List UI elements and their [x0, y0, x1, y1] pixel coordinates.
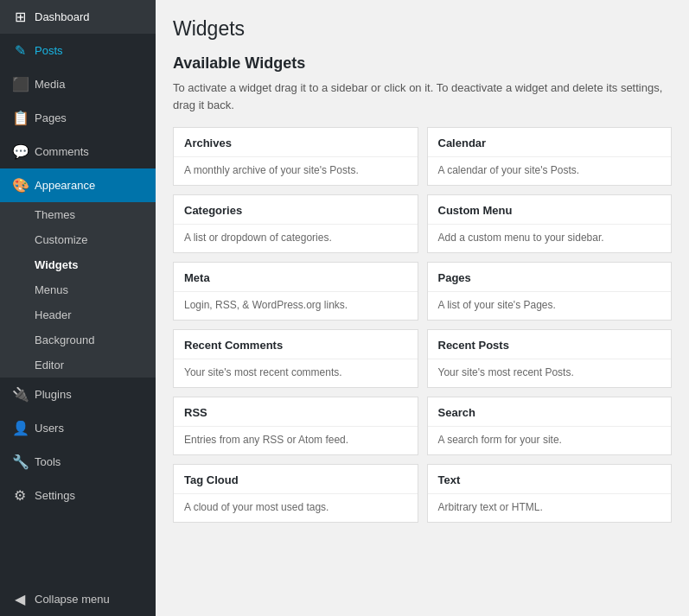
widget-title-text: Text	[428, 465, 672, 494]
sidebar-item-label: Plugins	[35, 388, 72, 401]
widget-card-pages[interactable]: PagesA list of your site's Pages.	[427, 262, 673, 321]
widget-card-archives[interactable]: ArchivesA monthly archive of your site's…	[173, 127, 418, 186]
sidebar-item-pages[interactable]: 📋 Pages	[0, 101, 156, 135]
sidebar-item-label: Pages	[35, 111, 67, 124]
available-widgets-section: Available Widgets To activate a widget d…	[173, 54, 672, 523]
sidebar-item-label: Appearance	[35, 179, 95, 192]
widget-desc-rss: Entries from any RSS or Atom feed.	[174, 427, 418, 454]
widget-card-rss[interactable]: RSSEntries from any RSS or Atom feed.	[173, 397, 418, 455]
sidebar-item-themes[interactable]: Themes	[0, 202, 156, 227]
widget-card-categories[interactable]: CategoriesA list or dropdown of categori…	[173, 194, 418, 253]
widget-desc-recent-posts: Your site's most recent Posts.	[428, 359, 672, 387]
sidebar-item-settings[interactable]: ⚙ Settings	[0, 479, 156, 512]
comments-icon: 💬	[12, 143, 28, 160]
widget-desc-categories: A list or dropdown of categories.	[174, 225, 418, 252]
sidebar-item-label: Media	[35, 78, 65, 91]
appearance-icon: 🎨	[12, 177, 28, 194]
widget-desc-text: Arbitrary text or HTML.	[428, 494, 672, 522]
widget-card-tag-cloud[interactable]: Tag CloudA cloud of your most used tags.	[173, 464, 418, 523]
sidebar-item-media[interactable]: ⬛ Media	[0, 67, 156, 101]
widget-card-text[interactable]: TextArbitrary text or HTML.	[427, 464, 673, 523]
widget-card-recent-posts[interactable]: Recent PostsYour site's most recent Post…	[427, 329, 673, 388]
widget-title-categories: Categories	[174, 195, 418, 225]
settings-icon: ⚙	[12, 487, 28, 504]
widget-title-pages: Pages	[428, 263, 672, 292]
sidebar-item-appearance[interactable]: 🎨 Appearance	[0, 168, 156, 202]
widget-card-calendar[interactable]: CalendarA calendar of your site's Posts.	[427, 127, 673, 186]
widget-desc-archives: A monthly archive of your site's Posts.	[174, 157, 418, 185]
widget-title-calendar: Calendar	[428, 128, 672, 157]
widget-desc-pages: A list of your site's Pages.	[428, 292, 672, 320]
pages-icon: 📋	[12, 110, 28, 126]
section-description: To activate a widget drag it to a sideba…	[173, 79, 672, 113]
page-title: Widgets	[173, 17, 672, 41]
sidebar-item-label: Collapse menu	[35, 593, 110, 606]
tools-icon: 🔧	[12, 454, 28, 470]
sidebar-item-label: Settings	[35, 489, 75, 502]
widget-title-custom-menu: Custom Menu	[428, 195, 672, 225]
widget-title-tag-cloud: Tag Cloud	[174, 465, 418, 494]
sidebar-item-customize[interactable]: Customize	[0, 227, 156, 252]
sidebar-item-label: Users	[35, 422, 64, 435]
widget-title-search: Search	[428, 397, 672, 427]
posts-icon: ✎	[12, 42, 28, 59]
sidebar-item-plugins[interactable]: 🔌 Plugins	[0, 378, 156, 411]
widget-desc-search: A search form for your site.	[428, 427, 672, 454]
sidebar-item-posts[interactable]: ✎ Posts	[0, 34, 156, 67]
widget-title-recent-posts: Recent Posts	[428, 330, 672, 359]
widget-card-custom-menu[interactable]: Custom MenuAdd a custom menu to your sid…	[427, 194, 673, 253]
sidebar-item-label: Posts	[35, 44, 63, 57]
sidebar-item-widgets[interactable]: Widgets	[0, 252, 156, 277]
widget-desc-calendar: A calendar of your site's Posts.	[428, 157, 672, 185]
widget-desc-meta: Login, RSS, & WordPress.org links.	[174, 292, 418, 320]
dashboard-icon: ⊞	[12, 9, 28, 25]
sidebar-item-tools[interactable]: 🔧 Tools	[0, 445, 156, 479]
widget-title-rss: RSS	[174, 397, 418, 427]
sidebar-item-background[interactable]: Background	[0, 327, 156, 352]
widget-title-meta: Meta	[174, 263, 418, 292]
widget-title-archives: Archives	[174, 128, 418, 157]
widget-card-meta[interactable]: MetaLogin, RSS, & WordPress.org links.	[173, 262, 418, 321]
widget-card-search[interactable]: SearchA search form for your site.	[427, 397, 673, 455]
sidebar-item-header[interactable]: Header	[0, 302, 156, 327]
widget-desc-tag-cloud: A cloud of your most used tags.	[174, 494, 418, 522]
widget-desc-custom-menu: Add a custom menu to your sidebar.	[428, 225, 672, 252]
sidebar-item-comments[interactable]: 💬 Comments	[0, 135, 156, 168]
sidebar-item-label: Dashboard	[35, 10, 90, 23]
collapse-icon: ◀	[12, 591, 28, 607]
sidebar-item-dashboard[interactable]: ⊞ Dashboard	[0, 0, 156, 34]
sidebar-item-collapse[interactable]: ◀ Collapse menu	[0, 582, 156, 616]
appearance-submenu: Themes Customize Widgets Menus Header Ba…	[0, 202, 156, 378]
sidebar-item-editor[interactable]: Editor	[0, 352, 156, 378]
sidebar-item-label: Tools	[35, 455, 61, 468]
widget-title-recent-comments: Recent Comments	[174, 330, 418, 359]
users-icon: 👤	[12, 420, 28, 436]
widget-desc-recent-comments: Your site's most recent comments.	[174, 359, 418, 387]
sidebar: ⊞ Dashboard ✎ Posts ⬛ Media 📋 Pages 💬 Co…	[0, 0, 156, 616]
media-icon: ⬛	[12, 76, 28, 92]
section-title: Available Widgets	[173, 54, 672, 73]
sidebar-item-users[interactable]: 👤 Users	[0, 411, 156, 445]
main-content: Widgets Available Widgets To activate a …	[156, 0, 689, 616]
sidebar-item-menus[interactable]: Menus	[0, 277, 156, 302]
widget-card-recent-comments[interactable]: Recent CommentsYour site's most recent c…	[173, 329, 418, 388]
widgets-grid: ArchivesA monthly archive of your site's…	[173, 127, 672, 523]
sidebar-item-label: Comments	[35, 145, 89, 158]
plugins-icon: 🔌	[12, 386, 28, 403]
